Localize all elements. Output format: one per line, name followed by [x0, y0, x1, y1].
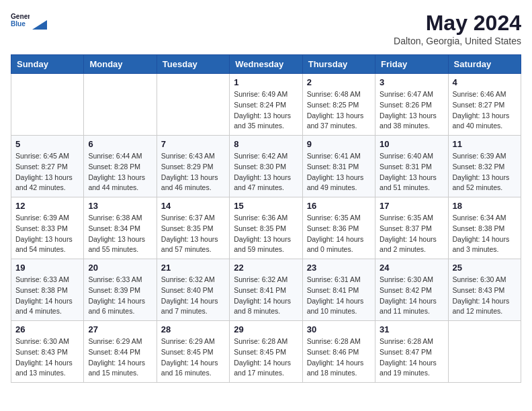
day-detail: Sunrise: 6:30 AMSunset: 8:42 PMDaylight:…: [380, 275, 443, 317]
day-number: 19: [15, 263, 79, 273]
week-row-2: 5Sunrise: 6:45 AMSunset: 8:27 PMDaylight…: [11, 136, 521, 197]
header-day-thursday: Thursday: [302, 55, 375, 74]
calendar-cell: [448, 321, 521, 383]
day-detail: Sunrise: 6:28 AMSunset: 8:45 PMDaylight:…: [234, 336, 298, 379]
day-number: 17: [380, 201, 443, 211]
day-number: 24: [380, 263, 443, 273]
day-detail: Sunrise: 6:31 AMSunset: 8:41 PMDaylight:…: [307, 275, 371, 317]
svg-text:Blue: Blue: [11, 20, 26, 28]
calendar-cell: 3Sunrise: 6:47 AMSunset: 8:26 PMDaylight…: [375, 74, 448, 136]
day-number: 7: [161, 139, 225, 149]
day-detail: Sunrise: 6:39 AMSunset: 8:33 PMDaylight:…: [15, 213, 79, 255]
day-detail: Sunrise: 6:30 AMSunset: 8:43 PMDaylight:…: [15, 336, 79, 379]
calendar-cell: 10Sunrise: 6:40 AMSunset: 8:31 PMDayligh…: [375, 136, 448, 197]
calendar-cell: 14Sunrise: 6:37 AMSunset: 8:35 PMDayligh…: [157, 197, 229, 259]
calendar-cell: 18Sunrise: 6:34 AMSunset: 8:38 PMDayligh…: [448, 197, 521, 259]
day-detail: Sunrise: 6:39 AMSunset: 8:32 PMDaylight:…: [453, 151, 517, 193]
day-number: 22: [234, 263, 298, 273]
calendar-cell: 12Sunrise: 6:39 AMSunset: 8:33 PMDayligh…: [11, 197, 84, 259]
day-detail: Sunrise: 6:29 AMSunset: 8:45 PMDaylight:…: [161, 336, 225, 379]
calendar-cell: 19Sunrise: 6:33 AMSunset: 8:38 PMDayligh…: [11, 259, 84, 321]
calendar-cell: 20Sunrise: 6:33 AMSunset: 8:39 PMDayligh…: [84, 259, 157, 321]
day-number: 18: [453, 201, 517, 211]
day-number: 29: [234, 324, 298, 334]
calendar-table: SundayMondayTuesdayWednesdayThursdayFrid…: [11, 54, 521, 383]
day-detail: Sunrise: 6:32 AMSunset: 8:41 PMDaylight:…: [234, 275, 298, 317]
calendar-header: SundayMondayTuesdayWednesdayThursdayFrid…: [11, 55, 521, 74]
week-row-3: 12Sunrise: 6:39 AMSunset: 8:33 PMDayligh…: [11, 197, 521, 259]
day-detail: Sunrise: 6:42 AMSunset: 8:30 PMDaylight:…: [234, 151, 298, 193]
calendar-cell: 9Sunrise: 6:41 AMSunset: 8:31 PMDaylight…: [302, 136, 375, 197]
calendar-cell: 16Sunrise: 6:35 AMSunset: 8:36 PMDayligh…: [302, 197, 375, 259]
calendar-cell: 15Sunrise: 6:36 AMSunset: 8:35 PMDayligh…: [230, 197, 302, 259]
calendar-cell: 13Sunrise: 6:38 AMSunset: 8:34 PMDayligh…: [84, 197, 157, 259]
day-number: 27: [88, 324, 152, 334]
calendar-cell: 30Sunrise: 6:28 AMSunset: 8:46 PMDayligh…: [302, 321, 375, 383]
calendar-body: 1Sunrise: 6:49 AMSunset: 8:24 PMDaylight…: [11, 74, 521, 383]
day-number: 21: [161, 263, 225, 273]
header-day-monday: Monday: [84, 55, 157, 74]
day-number: 3: [380, 77, 443, 87]
calendar-cell: 2Sunrise: 6:48 AMSunset: 8:25 PMDaylight…: [302, 74, 375, 136]
week-row-4: 19Sunrise: 6:33 AMSunset: 8:38 PMDayligh…: [11, 259, 521, 321]
calendar-cell: 23Sunrise: 6:31 AMSunset: 8:41 PMDayligh…: [302, 259, 375, 321]
day-number: 9: [307, 139, 371, 149]
day-number: 30: [307, 324, 371, 334]
day-detail: Sunrise: 6:38 AMSunset: 8:34 PMDaylight:…: [88, 213, 152, 255]
day-detail: Sunrise: 6:48 AMSunset: 8:25 PMDaylight:…: [307, 89, 371, 132]
day-number: 16: [307, 201, 371, 211]
day-detail: Sunrise: 6:45 AMSunset: 8:27 PMDaylight:…: [15, 151, 79, 193]
calendar-cell: 11Sunrise: 6:39 AMSunset: 8:32 PMDayligh…: [448, 136, 521, 197]
day-number: 6: [88, 139, 152, 149]
calendar-cell: [84, 74, 157, 136]
day-detail: Sunrise: 6:28 AMSunset: 8:46 PMDaylight:…: [307, 336, 371, 379]
day-number: 31: [380, 324, 443, 334]
day-detail: Sunrise: 6:28 AMSunset: 8:47 PMDaylight:…: [380, 336, 443, 379]
calendar-cell: 17Sunrise: 6:35 AMSunset: 8:37 PMDayligh…: [375, 197, 448, 259]
calendar-cell: 1Sunrise: 6:49 AMSunset: 8:24 PMDaylight…: [230, 74, 302, 136]
day-number: 12: [15, 201, 79, 211]
title-area: May 2024 Dalton, Georgia, United States: [394, 11, 521, 46]
header: General Blue May 2024 Dalton, Georgia, U…: [11, 11, 521, 46]
day-detail: Sunrise: 6:34 AMSunset: 8:38 PMDaylight:…: [453, 213, 517, 255]
day-number: 13: [88, 201, 152, 211]
calendar-cell: 6Sunrise: 6:44 AMSunset: 8:28 PMDaylight…: [84, 136, 157, 197]
calendar-cell: 28Sunrise: 6:29 AMSunset: 8:45 PMDayligh…: [157, 321, 229, 383]
day-number: 25: [453, 263, 517, 273]
day-detail: Sunrise: 6:40 AMSunset: 8:31 PMDaylight:…: [380, 151, 443, 193]
header-day-friday: Friday: [375, 55, 448, 74]
calendar-cell: [11, 74, 84, 136]
subtitle: Dalton, Georgia, United States: [394, 36, 521, 46]
svg-text:General: General: [11, 13, 30, 20]
day-number: 2: [307, 77, 371, 87]
calendar-cell: [157, 74, 229, 136]
header-day-saturday: Saturday: [448, 55, 521, 74]
logo-triangle-icon: [32, 11, 47, 30]
day-detail: Sunrise: 6:37 AMSunset: 8:35 PMDaylight:…: [161, 213, 225, 255]
calendar-cell: 24Sunrise: 6:30 AMSunset: 8:42 PMDayligh…: [375, 259, 448, 321]
day-detail: Sunrise: 6:33 AMSunset: 8:38 PMDaylight:…: [15, 275, 79, 317]
logo: General Blue: [11, 11, 47, 30]
day-detail: Sunrise: 6:35 AMSunset: 8:37 PMDaylight:…: [380, 213, 443, 255]
day-detail: Sunrise: 6:29 AMSunset: 8:44 PMDaylight:…: [88, 336, 152, 379]
day-detail: Sunrise: 6:46 AMSunset: 8:27 PMDaylight:…: [453, 89, 517, 132]
day-detail: Sunrise: 6:35 AMSunset: 8:36 PMDaylight:…: [307, 213, 371, 255]
calendar-cell: 29Sunrise: 6:28 AMSunset: 8:45 PMDayligh…: [230, 321, 302, 383]
day-detail: Sunrise: 6:32 AMSunset: 8:40 PMDaylight:…: [161, 275, 225, 317]
day-number: 5: [15, 139, 79, 149]
day-number: 15: [234, 201, 298, 211]
day-detail: Sunrise: 6:41 AMSunset: 8:31 PMDaylight:…: [307, 151, 371, 193]
day-number: 1: [234, 77, 298, 87]
calendar-cell: 8Sunrise: 6:42 AMSunset: 8:30 PMDaylight…: [230, 136, 302, 197]
calendar-cell: 27Sunrise: 6:29 AMSunset: 8:44 PMDayligh…: [84, 321, 157, 383]
header-row: SundayMondayTuesdayWednesdayThursdayFrid…: [11, 55, 521, 74]
calendar-cell: 5Sunrise: 6:45 AMSunset: 8:27 PMDaylight…: [11, 136, 84, 197]
calendar-cell: 21Sunrise: 6:32 AMSunset: 8:40 PMDayligh…: [157, 259, 229, 321]
week-row-1: 1Sunrise: 6:49 AMSunset: 8:24 PMDaylight…: [11, 74, 521, 136]
day-detail: Sunrise: 6:33 AMSunset: 8:39 PMDaylight:…: [88, 275, 152, 317]
day-number: 20: [88, 263, 152, 273]
day-number: 10: [380, 139, 443, 149]
week-row-5: 26Sunrise: 6:30 AMSunset: 8:43 PMDayligh…: [11, 321, 521, 383]
day-number: 8: [234, 139, 298, 149]
day-number: 23: [307, 263, 371, 273]
